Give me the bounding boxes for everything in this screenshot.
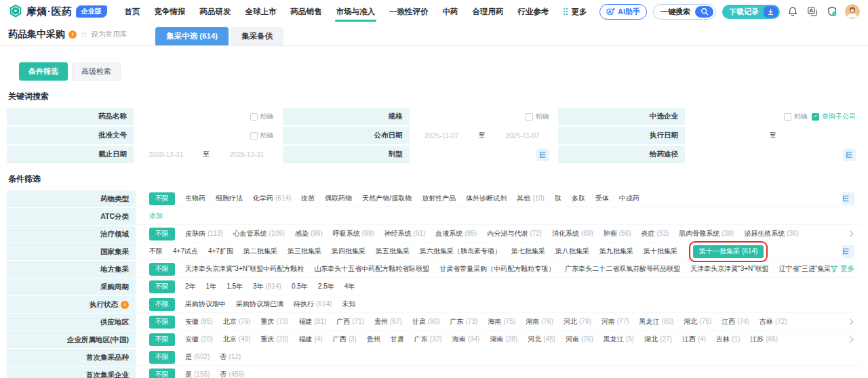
dataset-tab[interactable]: 集采备供 [231, 27, 283, 45]
filter-option[interactable]: 山东牵头十五省中药配方颗粒省际联盟 [314, 264, 429, 274]
more-filters-button[interactable]: 更多 [830, 264, 854, 274]
filter-option[interactable]: 吉林(72) [760, 317, 787, 327]
filter-option[interactable]: 2.5年 [318, 282, 334, 291]
star-icon[interactable] [80, 30, 88, 39]
filter-option[interactable]: 湖北(75) [684, 317, 711, 327]
filter-option[interactable]: 江西(4) [682, 335, 706, 344]
filter-option[interactable]: 放射性产品 [422, 194, 456, 203]
nav-item[interactable]: 药品研发 [200, 0, 231, 23]
set-favorite-label[interactable]: 设为常用库 [92, 30, 127, 39]
nav-item[interactable]: 中药 [443, 0, 458, 23]
filter-option[interactable]: 第四批集采 [332, 247, 366, 256]
filter-option[interactable]: 安徽(20) [185, 335, 213, 344]
exact-match-toggle[interactable]: 精确 [784, 112, 808, 121]
filter-option[interactable]: 肿瘤(56) [604, 229, 631, 238]
filter-option[interactable]: 内分泌与代谢(72) [487, 229, 542, 238]
tree-select-icon[interactable] [843, 148, 856, 161]
nav-item[interactable]: 行业参考 [518, 0, 549, 23]
filter-option[interactable]: 海南(34) [452, 335, 480, 344]
filter-option[interactable]: 采购协议期中 [185, 299, 226, 309]
chevron-right-icon[interactable] [849, 230, 854, 238]
filter-option[interactable]: 0.5年 [292, 282, 308, 291]
filter-option[interactable]: 体外诊断试剂 [466, 194, 507, 203]
filter-option[interactable]: 4+7试点 [173, 247, 198, 256]
filter-option[interactable]: 不限 [149, 280, 175, 293]
filter-option[interactable]: 泌尿生殖系统(36) [744, 229, 799, 238]
text-input[interactable] [415, 146, 537, 163]
info-icon[interactable] [121, 301, 129, 309]
filter-option[interactable]: 神经系统(91) [384, 229, 426, 238]
filter-option[interactable]: 河北(45) [528, 335, 555, 344]
filter-option[interactable]: 肌肉骨骼系统(39) [679, 229, 734, 238]
filter-option[interactable]: 2年 [185, 282, 196, 291]
brand-logo[interactable]: 摩熵·医药 企业版 [8, 3, 107, 20]
avatar[interactable] [845, 4, 860, 19]
exact-match-toggle[interactable]: 精确 [250, 112, 274, 121]
filter-option[interactable]: 待执行(614) [294, 299, 332, 309]
filter-option[interactable]: 第七批集采 [511, 247, 545, 256]
exact-checkbox[interactable] [250, 113, 258, 121]
exact-match-toggle[interactable]: 精确 [250, 131, 274, 140]
filter-option[interactable]: 生物药 [185, 194, 205, 203]
filter-option[interactable]: 贵州 [367, 335, 380, 344]
date-from[interactable]: 2028-12-31 [139, 151, 193, 159]
nav-item[interactable]: 市场与准入 [336, 0, 376, 23]
filter-option[interactable]: 安徽(85) [185, 317, 213, 327]
nav-item[interactable]: 一致性评价 [389, 0, 429, 23]
search-icon[interactable] [695, 6, 713, 18]
filter-option[interactable]: 细胞疗法 [216, 194, 243, 203]
filter-option[interactable]: 4+7扩围 [208, 247, 233, 256]
filter-option[interactable]: 福建(4) [298, 335, 322, 344]
exact-match-toggle[interactable]: 精确 [526, 112, 549, 121]
filter-option[interactable]: 河北(79) [564, 317, 591, 327]
filter-option[interactable]: 否(12) [220, 352, 241, 362]
filter-option[interactable]: 化学药(614) [253, 194, 291, 203]
filter-option[interactable]: 甘肃 [391, 335, 404, 344]
add-option-link[interactable]: 添加 [149, 211, 163, 221]
filter-option[interactable]: 感染(99) [295, 229, 323, 238]
nav-item[interactable]: 合理用药 [473, 0, 504, 23]
filter-option[interactable]: 4年 [344, 282, 355, 291]
filter-option[interactable]: 3年(614) [253, 282, 281, 291]
filter-option[interactable]: 第九批集采 [599, 247, 633, 256]
filter-option[interactable]: 天津牵头京津冀“3+N”联盟中药配方颗粒 [185, 264, 304, 274]
nav-item-more[interactable]: 更多 [564, 0, 587, 23]
text-input[interactable] [415, 108, 522, 125]
filter-option[interactable]: 不限 [149, 316, 175, 329]
filter-option[interactable]: 江西(74) [722, 317, 749, 327]
filter-option[interactable]: 海南(75) [488, 317, 515, 327]
filter-option[interactable]: 不限 [149, 333, 175, 346]
quick-search-button[interactable]: 一键搜索 [653, 4, 716, 20]
filter-option[interactable]: 湖南(76) [526, 317, 553, 327]
filter-option[interactable]: 河南(26) [566, 335, 593, 344]
filter-option[interactable]: 1年 [206, 282, 217, 291]
filter-option[interactable]: 呼吸系统(99) [333, 229, 374, 238]
text-input[interactable] [139, 127, 246, 144]
nav-item[interactable]: 竞争情报 [155, 0, 186, 23]
nav-item[interactable]: 药品销售 [291, 0, 322, 23]
mode-tab[interactable]: 高级检索 [72, 62, 121, 81]
filter-option[interactable]: 消化系统(69) [552, 229, 593, 238]
text-input[interactable] [690, 108, 780, 125]
filter-option[interactable]: 第三批集采 [288, 247, 321, 256]
filter-option[interactable]: 1.5年 [226, 282, 243, 291]
filter-option[interactable]: 黑龙江(80) [639, 317, 674, 327]
date-from[interactable]: 2025-11-07 [415, 132, 469, 140]
chevron-right-icon[interactable] [849, 336, 854, 343]
filter-option[interactable]: 江苏(66) [750, 335, 778, 344]
filter-option[interactable]: 广西(3) [333, 335, 357, 344]
filter-option[interactable]: 广东牵头二十二省双氯芬酸等药品联盟 [565, 264, 680, 274]
filter-option[interactable]: 多肽 [572, 194, 585, 203]
filter-option[interactable]: 第二批集采 [243, 247, 277, 256]
tree-select-icon[interactable] [536, 148, 549, 161]
download-history-button[interactable]: 下载记录 [722, 5, 780, 19]
filter-option[interactable]: 河南(77) [601, 317, 629, 327]
filter-option[interactable]: 肽 [555, 194, 561, 203]
exact-checkbox[interactable] [784, 113, 791, 121]
chevron-right-icon[interactable] [849, 318, 854, 326]
bell-icon[interactable] [786, 5, 800, 18]
filter-option[interactable]: 辽宁省“三进”集采 [779, 264, 831, 274]
filter-option[interactable]: 否(459) [220, 370, 244, 378]
filter-option[interactable]: 吉林(1) [716, 335, 740, 344]
filter-option[interactable]: 不限 [149, 192, 175, 205]
